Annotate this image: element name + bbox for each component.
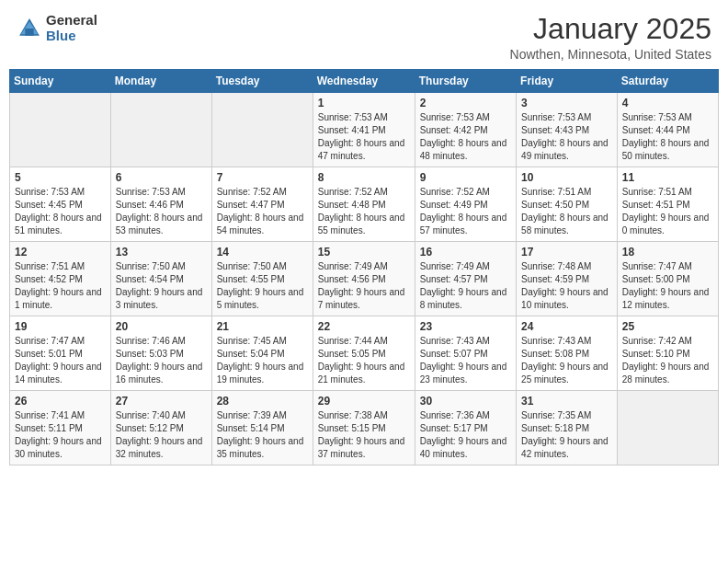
cell-content: 31Sunrise: 7:35 AMSunset: 5:18 PMDayligh… [521,395,612,461]
calendar-cell: 31Sunrise: 7:35 AMSunset: 5:18 PMDayligh… [517,391,618,465]
logo-blue-text: Blue [46,29,97,44]
cell-text: Sunrise: 7:44 AMSunset: 5:05 PMDaylight:… [318,335,410,386]
cell-content: 4Sunrise: 7:53 AMSunset: 4:44 PMDaylight… [622,97,713,163]
day-number: 16 [420,246,511,259]
day-number: 25 [622,320,713,333]
cell-text: Sunrise: 7:52 AMSunset: 4:47 PMDaylight:… [217,186,308,237]
page: General Blue January 2025 Nowthen, Minne… [0,0,728,563]
cell-text: Sunrise: 7:53 AMSunset: 4:43 PMDaylight:… [521,111,612,163]
calendar-table: SundayMondayTuesdayWednesdayThursdayFrid… [9,69,719,465]
cell-content: 21Sunrise: 7:45 AMSunset: 5:04 PMDayligh… [217,320,308,386]
cell-content: 12Sunrise: 7:51 AMSunset: 4:52 PMDayligh… [15,246,106,312]
cell-text: Sunrise: 7:47 AMSunset: 5:00 PMDaylight:… [622,260,713,312]
cell-text: Sunrise: 7:41 AMSunset: 5:11 PMDaylight:… [15,409,106,461]
day-number: 17 [521,246,612,259]
cell-text: Sunrise: 7:46 AMSunset: 5:03 PMDaylight:… [116,335,207,386]
calendar-cell: 11Sunrise: 7:51 AMSunset: 4:51 PMDayligh… [617,167,718,242]
day-number: 13 [116,246,207,259]
day-number: 23 [420,320,511,333]
cell-text: Sunrise: 7:53 AMSunset: 4:46 PMDaylight:… [116,186,207,237]
day-header-saturday: Saturday [617,70,718,93]
day-number: 22 [318,320,410,333]
cell-text: Sunrise: 7:51 AMSunset: 4:51 PMDaylight:… [622,186,713,237]
cell-content: 3Sunrise: 7:53 AMSunset: 4:43 PMDaylight… [521,97,612,163]
calendar-cell: 30Sunrise: 7:36 AMSunset: 5:17 PMDayligh… [415,391,516,465]
day-number: 19 [15,320,106,333]
week-row-3: 12Sunrise: 7:51 AMSunset: 4:52 PMDayligh… [10,242,719,316]
cell-content: 23Sunrise: 7:43 AMSunset: 5:07 PMDayligh… [420,320,511,386]
day-number: 14 [217,246,308,259]
cell-content: 6Sunrise: 7:53 AMSunset: 4:46 PMDaylight… [116,171,207,237]
calendar-cell: 25Sunrise: 7:42 AMSunset: 5:10 PMDayligh… [617,316,718,391]
cell-text: Sunrise: 7:36 AMSunset: 5:17 PMDaylight:… [420,409,511,461]
cell-content: 11Sunrise: 7:51 AMSunset: 4:51 PMDayligh… [622,171,713,237]
header: General Blue January 2025 Nowthen, Minne… [0,0,728,69]
calendar-cell: 8Sunrise: 7:52 AMSunset: 4:48 PMDaylight… [313,167,415,242]
day-number: 1 [318,97,410,109]
cell-text: Sunrise: 7:51 AMSunset: 4:52 PMDaylight:… [15,260,106,312]
cell-content: 5Sunrise: 7:53 AMSunset: 4:45 PMDaylight… [15,171,106,237]
cell-content: 2Sunrise: 7:53 AMSunset: 4:42 PMDaylight… [420,97,511,163]
day-number: 4 [622,97,713,109]
cell-content: 10Sunrise: 7:51 AMSunset: 4:50 PMDayligh… [521,171,612,237]
cell-content: 16Sunrise: 7:49 AMSunset: 4:57 PMDayligh… [420,246,511,312]
calendar-cell: 24Sunrise: 7:43 AMSunset: 5:08 PMDayligh… [517,316,618,391]
day-number: 2 [420,97,511,109]
cell-content: 7Sunrise: 7:52 AMSunset: 4:47 PMDaylight… [217,171,308,237]
calendar-cell: 23Sunrise: 7:43 AMSunset: 5:07 PMDayligh… [415,316,516,391]
cell-content: 30Sunrise: 7:36 AMSunset: 5:17 PMDayligh… [420,395,511,461]
day-number: 24 [521,320,612,333]
cell-content: 9Sunrise: 7:52 AMSunset: 4:49 PMDaylight… [420,171,511,237]
month-title: January 2025 [510,13,711,45]
calendar-cell: 4Sunrise: 7:53 AMSunset: 4:44 PMDaylight… [617,93,718,167]
calendar-cell: 16Sunrise: 7:49 AMSunset: 4:57 PMDayligh… [415,242,516,316]
calendar-cell: 5Sunrise: 7:53 AMSunset: 4:45 PMDaylight… [10,167,111,242]
day-header-wednesday: Wednesday [313,70,415,93]
cell-content: 14Sunrise: 7:50 AMSunset: 4:55 PMDayligh… [217,246,308,312]
day-header-thursday: Thursday [415,70,516,93]
calendar-cell: 22Sunrise: 7:44 AMSunset: 5:05 PMDayligh… [313,316,415,391]
cell-text: Sunrise: 7:53 AMSunset: 4:42 PMDaylight:… [420,111,511,163]
calendar-cell: 3Sunrise: 7:53 AMSunset: 4:43 PMDaylight… [517,93,618,167]
cell-text: Sunrise: 7:53 AMSunset: 4:44 PMDaylight:… [622,111,713,163]
day-number: 7 [217,171,308,184]
cell-text: Sunrise: 7:51 AMSunset: 4:50 PMDaylight:… [521,186,612,237]
cell-text: Sunrise: 7:47 AMSunset: 5:01 PMDaylight:… [15,335,106,386]
week-row-1: 1Sunrise: 7:53 AMSunset: 4:41 PMDaylight… [10,93,719,167]
day-number: 18 [622,246,713,259]
svg-rect-2 [25,29,33,36]
cell-content: 25Sunrise: 7:42 AMSunset: 5:10 PMDayligh… [622,320,713,386]
cell-content: 1Sunrise: 7:53 AMSunset: 4:41 PMDaylight… [318,97,410,163]
day-number: 6 [116,171,207,184]
day-header-sunday: Sunday [10,70,111,93]
day-number: 29 [318,395,410,408]
calendar-cell [110,93,211,167]
calendar-cell: 1Sunrise: 7:53 AMSunset: 4:41 PMDaylight… [313,93,415,167]
cell-text: Sunrise: 7:40 AMSunset: 5:12 PMDaylight:… [116,409,207,461]
cell-content: 13Sunrise: 7:50 AMSunset: 4:54 PMDayligh… [116,246,207,312]
cell-content: 15Sunrise: 7:49 AMSunset: 4:56 PMDayligh… [318,246,410,312]
cell-text: Sunrise: 7:52 AMSunset: 4:48 PMDaylight:… [318,186,410,237]
calendar-cell: 19Sunrise: 7:47 AMSunset: 5:01 PMDayligh… [10,316,111,391]
day-header-tuesday: Tuesday [211,70,313,93]
cell-text: Sunrise: 7:38 AMSunset: 5:15 PMDaylight:… [318,409,410,461]
day-number: 20 [116,320,207,333]
logo-general-text: General [46,13,97,29]
calendar-cell: 26Sunrise: 7:41 AMSunset: 5:11 PMDayligh… [10,391,111,465]
logo-icon [17,16,42,41]
cell-content: 8Sunrise: 7:52 AMSunset: 4:48 PMDaylight… [318,171,410,237]
calendar-cell: 13Sunrise: 7:50 AMSunset: 4:54 PMDayligh… [110,242,211,316]
day-number: 30 [420,395,511,408]
cell-text: Sunrise: 7:43 AMSunset: 5:07 PMDaylight:… [420,335,511,386]
week-row-5: 26Sunrise: 7:41 AMSunset: 5:11 PMDayligh… [10,391,719,465]
day-number: 11 [622,171,713,184]
day-number: 3 [521,97,612,109]
calendar-cell: 9Sunrise: 7:52 AMSunset: 4:49 PMDaylight… [415,167,516,242]
calendar-cell: 28Sunrise: 7:39 AMSunset: 5:14 PMDayligh… [211,391,313,465]
day-number: 10 [521,171,612,184]
cell-content: 17Sunrise: 7:48 AMSunset: 4:59 PMDayligh… [521,246,612,312]
calendar-cell: 7Sunrise: 7:52 AMSunset: 4:47 PMDaylight… [211,167,313,242]
calendar-cell: 15Sunrise: 7:49 AMSunset: 4:56 PMDayligh… [313,242,415,316]
cell-text: Sunrise: 7:43 AMSunset: 5:08 PMDaylight:… [521,335,612,386]
cell-content: 24Sunrise: 7:43 AMSunset: 5:08 PMDayligh… [521,320,612,386]
